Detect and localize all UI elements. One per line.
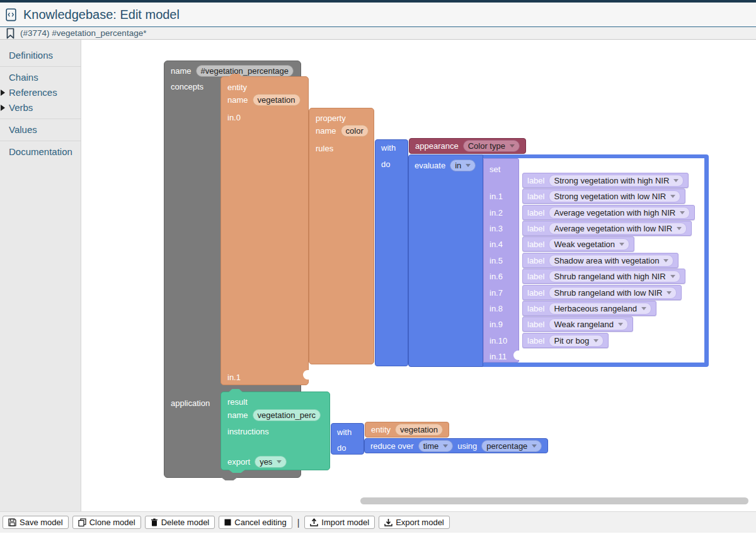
button-label: Cancel editing — [234, 518, 286, 527]
label-dropdown[interactable]: Weak rangeland — [549, 318, 627, 330]
field-label: label — [527, 288, 544, 298]
dropdown-value: Weak rangeland — [554, 320, 613, 329]
dropdown-arrow-icon — [593, 339, 598, 342]
dropdown-value: Shrub rangeland with low NIR — [554, 288, 662, 298]
label-block[interactable]: labelStrong vegetation with low NIR — [522, 189, 685, 204]
blockly-workspace[interactable]: name #vegetation_percentage concepts app… — [81, 40, 756, 511]
dropdown-arrow-icon — [277, 460, 282, 463]
evaluate-operator-dropdown[interactable]: in — [450, 160, 476, 171]
block-type-label: entity — [371, 425, 391, 434]
dropdown-value: Average vegetation with high NIR — [554, 208, 675, 218]
expand-arrow-icon[interactable] — [1, 105, 5, 111]
do-input-label: do — [381, 160, 390, 169]
block-type-label: entity — [227, 83, 247, 92]
label-dropdown[interactable]: Shrub rangeland with low NIR — [549, 287, 677, 299]
dropdown-value: Shrub rangeland with high NIR — [554, 272, 665, 281]
export-model-button[interactable]: Export model — [379, 516, 450, 529]
sidebar-item-verbs[interactable]: Verbs — [0, 100, 81, 115]
field-label: name — [227, 410, 248, 420]
with-do-block[interactable]: with do — [375, 139, 408, 366]
input-label: in.4 — [490, 240, 503, 249]
label-block[interactable]: labelShrub rangeland with low NIR — [522, 285, 682, 300]
block-type-label: property — [316, 113, 346, 123]
input-label: in.10 — [490, 336, 507, 345]
property-name-field[interactable]: color — [341, 125, 369, 137]
dropdown-value: in — [455, 161, 461, 170]
input-label: in.7 — [490, 288, 503, 298]
label-dropdown[interactable]: Herbaceous rangeland — [549, 303, 651, 315]
block-type-label: appearance — [415, 141, 459, 151]
label-dropdown[interactable]: Average vegetation with low NIR — [549, 223, 687, 235]
field-label: label — [527, 320, 544, 329]
dropdown-arrow-icon — [670, 195, 675, 198]
sidebar-item-values[interactable]: Values — [0, 122, 81, 137]
evaluate-block[interactable]: evaluate in set in.1 in.2 in.3 in.4 — [408, 154, 709, 367]
label-block[interactable]: labelAverage vegetation with low NIR — [522, 221, 692, 236]
property-block[interactable]: property name color rules — [309, 108, 374, 364]
sidebar-item-chains[interactable]: Chains — [0, 70, 81, 85]
entity-block[interactable]: entity name vegetation in.0 in.1 — [220, 76, 309, 385]
dropdown-arrow-icon — [443, 444, 448, 448]
export-dropdown[interactable]: yes — [255, 456, 287, 468]
evaluate-frame — [704, 154, 709, 367]
sidebar-item-label: Verbs — [9, 102, 33, 113]
label-dropdown[interactable]: Shadow area with vegetation — [549, 255, 673, 267]
upload-icon — [310, 518, 318, 526]
sidebar-item-label: References — [9, 87, 57, 98]
label-block[interactable]: labelHerbaceous rangeland — [522, 301, 656, 316]
sidebar-item-references[interactable]: References — [0, 85, 81, 100]
button-label: Export model — [396, 518, 444, 527]
model-name-field[interactable]: #vegetation_percentage — [196, 65, 294, 77]
dropdown-value: yes — [260, 457, 272, 467]
clone-icon — [78, 518, 86, 526]
result-name-field[interactable]: vegetation_perc — [253, 409, 321, 421]
block-type-label: result — [227, 397, 248, 407]
reduce-block[interactable]: reduce over time using percentage — [364, 438, 548, 453]
dropdown-value: percentage — [486, 441, 527, 451]
with-do-block[interactable]: with do — [331, 423, 364, 455]
entity-ref-field[interactable]: vegetation — [395, 424, 443, 436]
label-dropdown[interactable]: Strong vegetation with low NIR — [549, 190, 680, 202]
file-code-icon — [6, 8, 18, 21]
empty-socket[interactable] — [303, 370, 309, 380]
label-dropdown[interactable]: Weak vegetation — [549, 238, 629, 250]
horizontal-scrollbar[interactable] — [360, 497, 748, 504]
label-block[interactable]: labelPit or bog — [522, 333, 609, 348]
field-label: label — [527, 272, 544, 281]
label-dropdown[interactable]: Strong vegetation with high NIR — [549, 175, 684, 187]
result-block[interactable]: result name vegetation_perc instructions… — [220, 392, 330, 470]
expand-arrow-icon[interactable] — [1, 90, 5, 96]
label-dropdown[interactable]: Pit or bog — [549, 335, 604, 347]
save-model-button[interactable]: Save model — [3, 516, 69, 529]
evaluate-block-body[interactable]: evaluate in — [408, 154, 483, 367]
appearance-type-dropdown[interactable]: Color type — [463, 140, 520, 152]
import-model-button[interactable]: Import model — [304, 516, 375, 529]
label-dropdown[interactable]: Shrub rangeland with high NIR — [549, 270, 680, 282]
appearance-block[interactable]: appearance Color type — [409, 138, 526, 154]
cancel-editing-button[interactable]: Cancel editing — [219, 516, 292, 529]
sidebar-item-definitions[interactable]: Definitions — [0, 48, 81, 63]
entity-name-field[interactable]: vegetation — [253, 94, 301, 106]
label-block[interactable]: labelWeak vegetation — [522, 236, 634, 252]
entity-reference-block[interactable]: entity vegetation — [365, 422, 449, 438]
clone-model-button[interactable]: Clone model — [72, 516, 141, 529]
field-label: name — [316, 126, 336, 136]
input-label-in11: in.11 — [490, 352, 507, 361]
label-block[interactable]: labelShrub rangeland with high NIR — [522, 269, 685, 284]
label-block[interactable]: labelWeak rangeland — [522, 316, 633, 332]
label-block[interactable]: labelShadow area with vegetation — [522, 253, 679, 268]
sidebar-item-label: Documentation — [9, 146, 72, 157]
sidebar-divider — [0, 141, 81, 141]
reduce-method-dropdown[interactable]: percentage — [481, 440, 542, 452]
sidebar-item-documentation[interactable]: Documentation — [0, 144, 81, 160]
set-block[interactable]: set in.1 in.2 in.3 in.4 in.5 in.6 in.7 i… — [483, 158, 519, 363]
delete-model-button[interactable]: Delete model — [145, 516, 215, 529]
input-label: in.6 — [490, 272, 503, 281]
using-label: using — [457, 441, 477, 451]
download-icon — [384, 518, 392, 526]
empty-socket[interactable] — [513, 351, 519, 360]
reduce-dimension-dropdown[interactable]: time — [418, 440, 454, 452]
label-block[interactable]: labelStrong vegetation with high NIR — [522, 173, 689, 188]
label-block[interactable]: labelAverage vegetation with high NIR — [522, 205, 695, 220]
label-dropdown[interactable]: Average vegetation with high NIR — [549, 207, 690, 219]
